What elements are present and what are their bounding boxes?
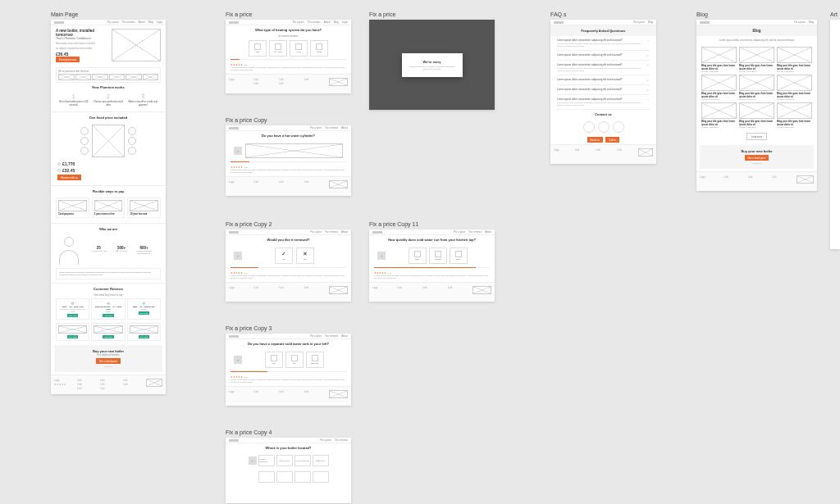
blog-card[interactable]: Blog post title goes here lorem ipsum do…	[739, 47, 774, 72]
blog-card[interactable]: Blog post title goes here lorem ipsum do…	[777, 47, 812, 72]
option-card[interactable]	[258, 471, 275, 483]
contact-option[interactable]	[583, 121, 595, 133]
nav-link[interactable]: Fix a price	[107, 20, 119, 24]
review-card[interactable]: ☺Marc – 32 – Ideal VibeInstalled Monday …	[56, 298, 89, 320]
option-card[interactable]: Bathroom	[313, 455, 329, 466]
blog-card[interactable]: Blog post title goes here lorem ipsum do…	[777, 102, 812, 128]
finance-button[interactable]: Finance with us	[57, 175, 81, 180]
review-card[interactable]: View video	[91, 323, 125, 341]
logo[interactable]	[229, 231, 239, 234]
artboard-main[interactable]: Fix a price Our reviews About Blog Login…	[51, 20, 166, 394]
option-yes[interactable]: ✓Yes	[275, 247, 293, 264]
pay-card[interactable]: Card payment	[56, 198, 89, 218]
collapse-icon[interactable]: −	[646, 98, 650, 102]
back-button[interactable]: ‹	[234, 252, 242, 260]
artboard-faq[interactable]: Fix a priceBlog Frequently Asked Questio…	[550, 20, 656, 164]
collapse-icon[interactable]: −	[646, 63, 650, 67]
faq-item[interactable]: Lorem ipsum dolor consectetur adipiscing…	[557, 36, 650, 51]
blog-card[interactable]: Blog post title goes here lorem ipsum do…	[777, 75, 812, 100]
artboard-fix-copy11[interactable]: Fix a priceOur reviewsAbout How quickly …	[369, 229, 495, 302]
load-more-button[interactable]: Load more	[746, 133, 767, 140]
artboard-fix-copy4[interactable]: Fix a priceOur reviews Where is your boi…	[226, 438, 351, 503]
expand-icon[interactable]: +	[646, 53, 650, 57]
review-card[interactable]: ☺Danielle Dorsey – 8-A Head PlusInstallV…	[91, 298, 125, 320]
blog-card[interactable]: Blog post title goes here lorem ipsum do…	[701, 75, 737, 100]
option-card[interactable]	[294, 471, 311, 483]
header: Fix a price Our reviews About Blog Login	[51, 20, 166, 25]
price-option[interactable]: £32.45	[57, 168, 159, 173]
logo[interactable]	[372, 231, 382, 234]
option-card[interactable]: Gas	[249, 40, 267, 57]
faq-item[interactable]: Lorem ipsum dolor consectetur adipiscing…	[557, 75, 650, 85]
how-title: How Plumtom works	[51, 85, 166, 89]
cylinder-image[interactable]	[245, 143, 343, 158]
collapse-icon[interactable]: −	[646, 39, 650, 43]
option-card[interactable]	[276, 471, 293, 483]
option-card[interactable]: Fast	[409, 247, 427, 264]
logo[interactable]	[229, 127, 239, 129]
option-card[interactable]: Other	[310, 40, 328, 57]
reviews-title: Customer Reviews	[51, 287, 166, 291]
faq-item[interactable]: Lorem ipsum dolor consectetur adipiscing…	[557, 51, 650, 61]
option-no[interactable]: ✕No	[296, 247, 314, 264]
blog-card[interactable]: Blog post title goes here lorem ipsum do…	[701, 102, 737, 128]
modal-dialog: We're sorry Lorem ipsum dolor sit amet c…	[402, 53, 463, 77]
expand-icon[interactable]: +	[646, 88, 650, 92]
option-card[interactable]: No	[285, 352, 304, 368]
logo[interactable]	[700, 21, 710, 24]
back-button[interactable]: ‹	[377, 252, 386, 260]
contact-option[interactable]	[613, 121, 624, 133]
steps: 1Get a fixed online price in 90 seconds …	[51, 92, 166, 108]
partner-logo	[126, 74, 142, 80]
artboard-modal[interactable]: We're sorry Lorem ipsum dolor sit amet c…	[369, 20, 495, 110]
option-card[interactable]: Slow	[450, 247, 468, 264]
logo[interactable]	[229, 335, 239, 338]
artboard-fix-copy2[interactable]: Fix a priceOur reviewsAbout Would you li…	[226, 229, 351, 302]
cta-button[interactable]: Get a fixed price	[96, 358, 121, 364]
faq-item[interactable]: Lorem ipsum dolor consectetur adipiscing…	[557, 85, 650, 95]
option-card[interactable]: Utility room	[276, 455, 293, 466]
option-card[interactable]	[313, 471, 329, 483]
artboard-blog[interactable]: Fix a priceBlog Blog Lorem ipsum dolor c…	[696, 20, 817, 191]
call-button[interactable]: Call us	[605, 137, 619, 143]
contact-option[interactable]	[598, 121, 609, 133]
expand-icon[interactable]: +	[646, 78, 650, 82]
hero-cta-button[interactable]: Fixed price now	[56, 57, 80, 62]
cta-button[interactable]: Get a fixed price	[745, 155, 769, 161]
option-card[interactable]: Oil / LPG	[269, 40, 287, 57]
logo[interactable]	[229, 439, 239, 442]
option-card[interactable]: Not sure	[306, 352, 324, 368]
option-card[interactable]: LPG	[290, 40, 308, 57]
logo[interactable]	[554, 21, 564, 24]
back-button[interactable]: ‹	[234, 356, 242, 364]
blog-card[interactable]: Blog post title goes here lorem ipsum do…	[739, 75, 774, 100]
hero-desc: New boilers from with finance included	[56, 42, 108, 45]
nav-link[interactable]: Our reviews	[122, 20, 135, 24]
option-card[interactable]: Airing cupboard	[294, 455, 311, 466]
blog-card[interactable]: Blog post title goes here lorem ipsum do…	[701, 47, 737, 72]
option-card[interactable]: Yes	[265, 352, 283, 368]
review-card[interactable]: ☺Marc – 32 – Middle DayInstallView video	[127, 298, 161, 320]
price-option[interactable]: £1,770	[57, 161, 159, 166]
option-card[interactable]: Average	[429, 247, 447, 264]
option-card[interactable]: Kitchen cupboard	[258, 455, 275, 466]
artboard-fix-copy[interactable]: Fix a priceOur reviewsAbout Do you have …	[226, 125, 351, 196]
back-button[interactable]: ‹	[249, 456, 257, 465]
artboard-article[interactable]	[830, 20, 840, 249]
faq-item[interactable]: Lorem ipsum dolor consectetur adipiscing…	[557, 95, 650, 110]
review-card[interactable]: View video	[56, 323, 89, 341]
logo[interactable]	[229, 21, 239, 24]
pay-card[interactable]: 10 year low rate	[127, 198, 161, 218]
logo[interactable]	[54, 21, 64, 24]
email-button[interactable]: Email us	[587, 137, 604, 143]
blog-card[interactable]: Blog post title goes here lorem ipsum do…	[739, 102, 774, 128]
pay-card[interactable]: 2 year interest free	[92, 198, 126, 218]
nav-link[interactable]: Login	[157, 20, 162, 24]
artboard-fix1[interactable]: Fix a priceOur reviewsAboutBlogLogin Wha…	[226, 20, 351, 93]
nav-link[interactable]: Blog	[148, 20, 153, 24]
back-button[interactable]: ‹	[234, 147, 242, 155]
faq-item[interactable]: Lorem ipsum dolor consectetur adipiscing…	[557, 61, 650, 75]
review-card[interactable]: View video	[127, 323, 161, 341]
nav-link[interactable]: About	[139, 20, 145, 24]
artboard-fix-copy3[interactable]: Fix a priceOur reviewsAbout Do you have …	[226, 334, 351, 406]
